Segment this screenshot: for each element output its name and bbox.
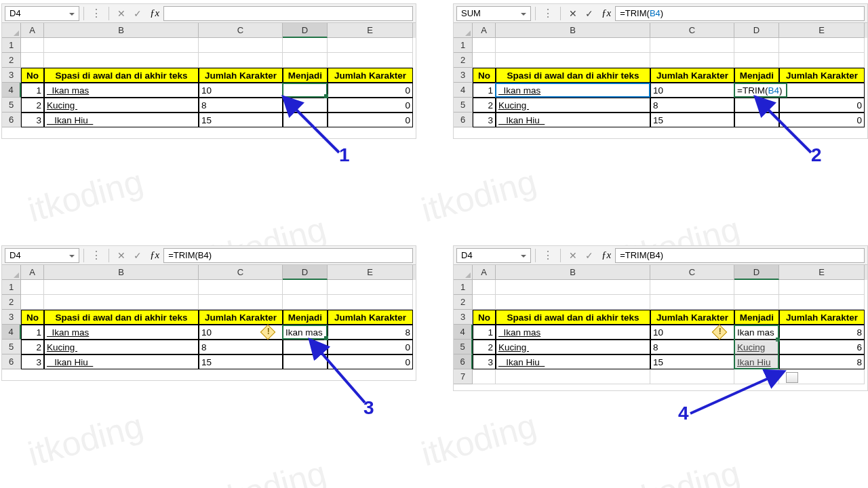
cell[interactable] [283,98,328,113]
cell[interactable] [283,340,328,354]
fx-icon[interactable]: ƒx [150,249,159,261]
cell[interactable] [328,295,413,310]
row-header[interactable]: 7 [454,369,473,384]
table-header[interactable]: No [473,68,496,83]
cell[interactable]: 1 [473,83,496,98]
spreadsheet-grid[interactable]: A B C D E 1 2 3 No Spasi di awal dan di … [2,265,416,369]
col-header-B[interactable]: B [496,265,650,280]
cell[interactable]: 10 [199,83,283,98]
cell[interactable] [199,295,283,310]
cell[interactable] [496,280,650,295]
col-header-C[interactable]: C [199,23,283,38]
cell[interactable]: 2 [473,340,496,354]
row-header[interactable]: 2 [454,295,473,310]
cell[interactable] [473,38,496,53]
cell[interactable] [44,280,199,295]
row-header[interactable]: 4 [454,83,473,98]
cell[interactable]: Ikan mas [496,325,650,340]
cell[interactable]: 1 [21,325,44,340]
col-header-B[interactable]: B [496,23,650,38]
col-header-A[interactable]: A [473,23,496,38]
col-header-E[interactable]: E [328,265,413,280]
col-header-A[interactable]: A [473,265,496,280]
table-header[interactable]: Jumlah Karakter [650,310,734,325]
cell[interactable]: Ikan mas [496,83,650,98]
select-all-corner[interactable] [454,265,473,280]
cell-D4[interactable]: Ikan mas [283,325,328,340]
col-header-A[interactable]: A [21,23,44,38]
table-header[interactable]: Jumlah Karakter [779,68,865,83]
cell[interactable] [650,369,734,384]
col-header-B[interactable]: B [44,265,199,280]
cell[interactable] [283,354,328,369]
table-header[interactable]: Jumlah Karakter [328,310,413,325]
col-header-E[interactable]: E [779,23,865,38]
cell-D4[interactable]: Ikan mas [734,325,779,340]
cell[interactable]: 0 [779,98,865,113]
col-header-D[interactable]: D [734,23,779,38]
cell[interactable] [779,83,865,98]
table-header[interactable]: Spasi di awal dan di akhir teks [496,68,650,83]
cell[interactable]: 6 [779,340,865,354]
cell[interactable] [283,53,328,68]
cell[interactable]: Kucing [496,340,650,354]
cell[interactable] [496,38,650,53]
table-header[interactable]: No [473,310,496,325]
cell[interactable]: 8 [650,340,734,354]
cell[interactable] [650,280,734,295]
cell[interactable] [496,53,650,68]
cell[interactable]: 15 [650,113,734,127]
table-header[interactable]: No [21,68,44,83]
cell[interactable] [283,280,328,295]
cell[interactable] [650,295,734,310]
fx-icon[interactable]: ƒx [150,7,159,19]
cell[interactable]: 3 [21,113,44,127]
name-box[interactable]: D4 [5,6,79,21]
select-all-corner[interactable] [2,23,21,38]
col-header-B[interactable]: B [44,23,199,38]
spreadsheet-grid[interactable]: A B C D E 1 2 3 No Spasi di awal dan di … [454,23,867,127]
cell[interactable]: 8 [650,98,734,113]
table-header[interactable]: Jumlah Karakter [328,68,413,83]
cell[interactable]: 1 [473,325,496,340]
cell[interactable]: 8 [199,98,283,113]
row-header[interactable]: 3 [454,68,473,83]
cell[interactable] [779,280,865,295]
cell[interactable]: 15 [199,113,283,127]
cell[interactable] [734,113,779,127]
cell[interactable] [21,280,44,295]
cell[interactable]: Kucing [496,98,650,113]
select-all-corner[interactable] [2,265,21,280]
row-header[interactable]: 1 [2,280,21,295]
row-header[interactable]: 3 [454,310,473,325]
cell[interactable]: Ikan Hiu [496,354,650,369]
cell[interactable]: 1 [21,83,44,98]
row-header[interactable]: 5 [454,340,473,354]
cell[interactable]: Ikan mas [44,325,199,340]
row-header[interactable]: 3 [2,310,21,325]
table-header[interactable]: Spasi di awal dan di akhir teks [44,68,199,83]
col-header-D[interactable]: D [283,23,328,38]
cell[interactable]: 8 [779,354,865,369]
row-header[interactable]: 2 [454,53,473,68]
col-header-D[interactable]: D [734,265,779,280]
cell[interactable] [779,53,865,68]
table-header[interactable]: Jumlah Karakter [779,310,865,325]
cell[interactable] [734,295,779,310]
table-header[interactable]: Menjadi [734,310,779,325]
row-header[interactable]: 1 [454,280,473,295]
row-header[interactable]: 4 [454,325,473,340]
row-header[interactable]: 6 [2,354,21,369]
cell[interactable]: 10 [650,83,734,98]
name-box[interactable]: SUM [456,6,531,21]
col-header-A[interactable]: A [21,265,44,280]
formula-input[interactable] [163,6,413,21]
row-header[interactable]: 1 [2,38,21,53]
formula-input[interactable]: =TRIM(B4) [615,248,865,263]
cell[interactable]: 2 [21,98,44,113]
cell[interactable] [473,295,496,310]
cell[interactable] [779,38,865,53]
row-header[interactable]: 6 [2,113,21,127]
autofill-options-icon[interactable] [786,372,798,383]
cell[interactable] [21,38,44,53]
